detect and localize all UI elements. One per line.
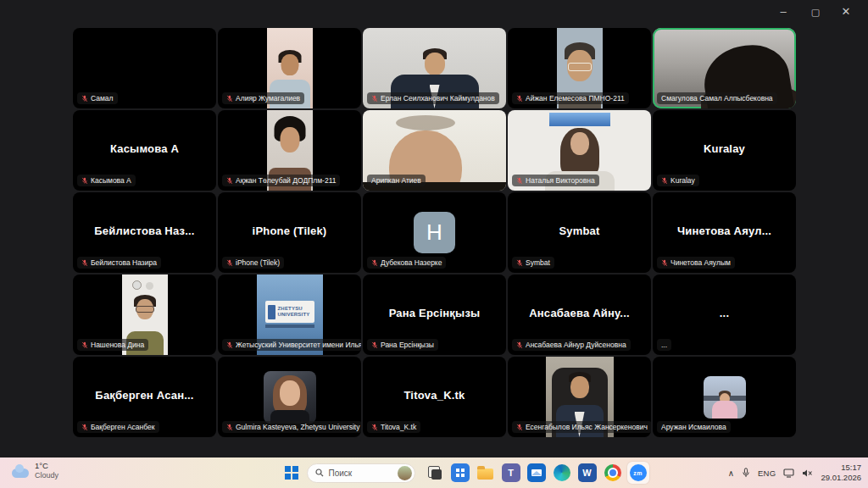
search-box[interactable]: Поиск bbox=[307, 463, 415, 483]
participant-tile[interactable]: Арипкан Атиев bbox=[363, 110, 506, 191]
participant-name-label: Рана Ерсінқызы bbox=[367, 339, 438, 351]
participant-display-name: Касымова А bbox=[73, 142, 216, 155]
participant-name-label: Алияр Жумагалиев bbox=[222, 92, 304, 104]
participant-tile[interactable]: Рана ЕрсінқызыРана Ерсінқызы bbox=[363, 274, 506, 355]
window-titlebar: – ▢ ✕ bbox=[0, 0, 868, 28]
participant-tile[interactable]: Есенгабылов Ильяс Жансеркенович bbox=[508, 357, 651, 437]
participant-tile[interactable]: HДубекова Назерке bbox=[363, 192, 506, 273]
participant-name-label: Айжан Елемесова ПМНО-211 bbox=[512, 92, 629, 104]
participant-name-label: Нашенова Дина bbox=[77, 339, 148, 351]
participant-tile[interactable]: Gulmira Kasteyeva, Zhetysu University bbox=[218, 357, 361, 437]
search-highlight-thumbnail bbox=[398, 466, 412, 480]
participant-name-text: Ерлан Сеилханович Каймулданов bbox=[381, 93, 495, 103]
participant-name-label: Ерлан Сеилханович Каймулданов bbox=[367, 92, 499, 104]
participant-name-text: Касымова А bbox=[91, 175, 131, 186]
store-icon[interactable] bbox=[449, 462, 471, 484]
participant-display-name: Бейлистова Наз... bbox=[73, 225, 216, 237]
word-icon[interactable]: W bbox=[576, 462, 598, 484]
participant-tile[interactable]: Бейлистова Наз...Бейлистова Назира bbox=[73, 192, 216, 273]
file-explorer-icon[interactable] bbox=[475, 462, 497, 484]
participant-tile[interactable]: Наталья Викторовна bbox=[508, 110, 651, 191]
language-indicator[interactable]: ENG bbox=[758, 469, 776, 478]
zoom-icon[interactable]: zm bbox=[627, 462, 649, 484]
windows-taskbar: 1°C Cloudy Поиск TWzm ∧ bbox=[0, 458, 868, 488]
participant-name-label: Titova_K.tk bbox=[367, 421, 420, 433]
participant-name-label: Дубекова Назерке bbox=[367, 257, 446, 269]
participant-display-name: ... bbox=[653, 307, 796, 319]
participant-name-text: ... bbox=[661, 340, 667, 350]
participant-tile[interactable]: Алияр Жумагалиев bbox=[218, 28, 361, 108]
muted-mic-icon bbox=[516, 424, 523, 431]
participant-name-label: ... bbox=[657, 339, 671, 351]
chrome-icon[interactable] bbox=[602, 462, 624, 484]
tray-time: 15:17 bbox=[821, 463, 861, 473]
participant-name-label: Аружан Исмаилова bbox=[657, 421, 731, 433]
weather-widget[interactable]: 1°C Cloudy bbox=[12, 461, 58, 480]
participant-tile[interactable]: ...... bbox=[653, 274, 796, 355]
participant-grid: СамалАлияр ЖумагалиевЕрлан Сеилханович К… bbox=[73, 28, 796, 437]
search-placeholder: Поиск bbox=[329, 469, 392, 478]
participant-tile[interactable]: iPhone (Tilek)iPhone (Tilek) bbox=[218, 192, 361, 273]
participant-name-label: Касымова А bbox=[77, 175, 136, 186]
participant-display-name: Symbat bbox=[508, 225, 651, 237]
participant-name-text: iPhone (Tilek) bbox=[236, 258, 280, 268]
participant-tile[interactable]: Ерлан Сеилханович Каймулданов bbox=[363, 28, 506, 108]
maximize-button[interactable]: ▢ bbox=[805, 3, 826, 20]
participant-tile[interactable]: Ақжан Төлеубай ДОДПлм-211 bbox=[218, 110, 361, 191]
participant-name-text: Kuralay bbox=[670, 175, 695, 186]
muted-mic-icon bbox=[661, 259, 668, 267]
start-button[interactable] bbox=[285, 466, 298, 480]
participant-tile[interactable]: Аружан Исмаилова bbox=[653, 357, 796, 437]
participant-tile[interactable]: Айжан Елемесова ПМНО-211 bbox=[508, 28, 651, 108]
volume-muted-icon[interactable] bbox=[802, 469, 813, 478]
participant-name-text: Арипкан Атиев bbox=[371, 175, 421, 186]
tray-date: 29.01.2026 bbox=[821, 473, 861, 483]
participant-name-text: Айжан Елемесова ПМНО-211 bbox=[526, 93, 625, 103]
muted-mic-icon bbox=[371, 95, 378, 103]
participant-name-label: Бейлистова Назира bbox=[77, 257, 161, 269]
outlook-icon[interactable] bbox=[526, 462, 548, 484]
edge-icon[interactable] bbox=[551, 462, 573, 484]
participant-tile[interactable]: Бақберген Асан...Бақберген Асанбек bbox=[73, 357, 216, 437]
muted-mic-icon bbox=[226, 177, 233, 185]
participant-display-name: iPhone (Tilek) bbox=[218, 225, 361, 237]
university-emblem-icon bbox=[268, 305, 275, 319]
participant-tile[interactable]: Чинетова Аяул...Чинетова Аяулым bbox=[653, 192, 796, 273]
participant-name-label: Наталья Викторовна bbox=[512, 175, 599, 186]
participant-tile[interactable]: Самал bbox=[73, 28, 216, 108]
participant-name-label: Жетысуский Университет имени Ильяса Жанс… bbox=[222, 339, 361, 351]
participant-name-text: Бейлистова Назира bbox=[91, 258, 157, 268]
participant-tile[interactable]: Нашенова Дина bbox=[73, 274, 216, 355]
close-button[interactable]: ✕ bbox=[836, 3, 856, 20]
participant-tile[interactable]: Смагулова Самал Алпысбековна bbox=[653, 28, 796, 108]
muted-mic-icon bbox=[226, 341, 233, 349]
participant-name-label: Symbat bbox=[512, 257, 554, 269]
participant-name-text: Gulmira Kasteyeva, Zhetysu University bbox=[236, 422, 359, 432]
participant-tile[interactable]: ZHETYSUUNIVERSITYЖетысуский Университет … bbox=[218, 274, 361, 355]
participant-tile[interactable]: Ансабаева Айну...Ансабаева Айнур Дуйсено… bbox=[508, 274, 651, 355]
participant-name-label: Ақжан Төлеубай ДОДПлм-211 bbox=[222, 175, 340, 186]
minimize-button[interactable]: – bbox=[773, 3, 793, 20]
participant-name-text: Самал bbox=[91, 93, 114, 103]
muted-mic-icon bbox=[661, 177, 668, 185]
clock[interactable]: 15:17 29.01.2026 bbox=[821, 463, 861, 483]
network-icon[interactable] bbox=[783, 469, 794, 478]
participant-name-text: Смагулова Самал Алпысбековна bbox=[661, 93, 773, 103]
muted-mic-icon bbox=[226, 424, 233, 431]
teams-icon[interactable]: T bbox=[500, 462, 522, 484]
participant-tile[interactable]: Касымова АКасымова А bbox=[73, 110, 216, 191]
weather-condition: Cloudy bbox=[35, 471, 58, 480]
participant-name-text: Алияр Жумагалиев bbox=[236, 93, 300, 103]
participant-tile[interactable]: SymbatSymbat bbox=[508, 192, 651, 273]
participant-name-text: Titova_K.tk bbox=[381, 422, 416, 432]
participant-tile[interactable]: Titova_K.tkTitova_K.tk bbox=[363, 357, 506, 437]
microphone-tray-icon[interactable] bbox=[742, 468, 750, 478]
muted-mic-icon bbox=[516, 259, 523, 267]
muted-mic-icon bbox=[516, 341, 523, 349]
participant-tile[interactable]: KuralayKuralay bbox=[653, 110, 796, 191]
participant-name-label: Бақберген Асанбек bbox=[77, 421, 159, 433]
task-view-icon[interactable] bbox=[424, 462, 446, 484]
hidden-icons-chevron-icon[interactable]: ∧ bbox=[728, 469, 734, 478]
participant-name-text: Рана Ерсінқызы bbox=[381, 340, 434, 350]
participant-name-text: Бақберген Асанбек bbox=[91, 422, 155, 432]
